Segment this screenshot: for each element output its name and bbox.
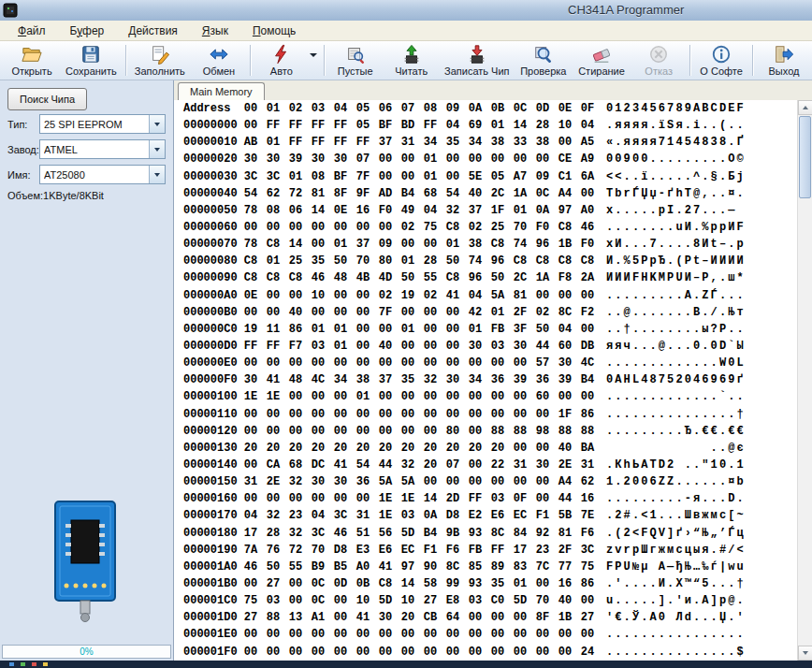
hex-byte-cell[interactable]: A9: [576, 152, 599, 166]
hex-byte-cell[interactable]: 1E: [262, 390, 284, 403]
hex-byte-cell[interactable]: 46: [329, 527, 352, 540]
hex-byte-cell[interactable]: 00: [576, 628, 599, 641]
hex-byte-cell[interactable]: 32: [419, 373, 442, 386]
hex-byte-cell[interactable]: 00: [509, 442, 531, 455]
hex-byte-cell[interactable]: 00: [554, 289, 576, 302]
hex-byte-cell[interactable]: 01: [442, 238, 464, 251]
hex-byte-cell[interactable]: B4: [397, 187, 419, 200]
hex-byte-cell[interactable]: 00: [509, 628, 531, 641]
hex-byte-cell[interactable]: 01: [464, 323, 486, 336]
hex-byte-cell[interactable]: 72: [284, 544, 307, 557]
hex-byte-cell[interactable]: 01: [486, 119, 509, 132]
hex-byte-cell[interactable]: 03: [486, 492, 509, 505]
hex-byte-cell[interactable]: 00: [329, 408, 352, 421]
hex-byte-cell[interactable]: 00: [531, 289, 554, 302]
hex-byte-cell[interactable]: FF: [284, 119, 307, 132]
hex-byte-cell[interactable]: 00: [509, 408, 531, 421]
hex-byte-cell[interactable]: EC: [509, 509, 531, 522]
hex-byte-cell[interactable]: 00: [262, 646, 284, 659]
hex-byte-cell[interactable]: 11: [262, 323, 284, 336]
hex-byte-cell[interactable]: 42: [464, 306, 486, 319]
hex-byte-cell[interactable]: 46: [307, 271, 329, 284]
hex-byte-cell[interactable]: 27: [419, 594, 442, 607]
hex-byte-cell[interactable]: 86: [284, 323, 307, 336]
hex-byte-cell[interactable]: 00: [307, 492, 329, 505]
hex-byte-cell[interactable]: 72: [284, 187, 307, 200]
ascii-cell[interactable]: 0AHL48752046969ґ: [606, 373, 746, 386]
hex-byte-cell[interactable]: 00: [486, 475, 509, 488]
hex-byte-cell[interactable]: 39: [554, 373, 576, 386]
hex-byte-cell[interactable]: 97: [554, 204, 576, 217]
hex-byte-cell[interactable]: 30: [442, 373, 464, 386]
hex-byte-cell[interactable]: 00: [262, 492, 284, 505]
hex-byte-cell[interactable]: 00: [307, 628, 329, 641]
hex-byte-cell[interactable]: 00: [239, 356, 262, 370]
hex-byte-cell[interactable]: 00: [509, 152, 531, 166]
chip-type-select[interactable]: 25 SPI EEPROM: [39, 114, 166, 134]
ascii-cell[interactable]: ...............$: [606, 646, 746, 659]
hex-byte-cell[interactable]: 01: [284, 170, 307, 183]
hex-byte-cell[interactable]: 20: [442, 442, 464, 455]
hex-byte-cell[interactable]: 99: [442, 577, 464, 590]
hex-byte-cell[interactable]: F2: [576, 306, 599, 319]
hex-byte-cell[interactable]: F7: [284, 340, 307, 353]
hex-byte-cell[interactable]: 3C: [576, 544, 599, 557]
hex-byte-cell[interactable]: FB: [486, 323, 509, 336]
hex-byte-cell[interactable]: 00: [509, 390, 531, 403]
hex-byte-cell[interactable]: 05: [486, 170, 509, 183]
hex-byte-cell[interactable]: 36: [352, 475, 374, 488]
hex-byte-cell[interactable]: 20: [284, 442, 307, 455]
hex-byte-cell[interactable]: 32: [284, 475, 307, 488]
hex-byte-cell[interactable]: 4C: [307, 373, 329, 386]
hex-byte-cell[interactable]: AD: [374, 187, 397, 200]
hex-byte-cell[interactable]: 44: [554, 492, 576, 505]
hex-byte-cell[interactable]: 00: [329, 289, 352, 302]
hex-byte-cell[interactable]: 00: [307, 646, 329, 659]
hex-byte-cell[interactable]: 34: [464, 136, 486, 149]
hex-byte-cell[interactable]: 9F: [352, 187, 374, 200]
hex-byte-cell[interactable]: 2F: [554, 544, 576, 557]
hex-byte-cell[interactable]: 32: [262, 509, 284, 522]
hex-byte-cell[interactable]: 00: [442, 152, 464, 166]
hex-byte-cell[interactable]: FF: [329, 136, 352, 149]
hex-byte-cell[interactable]: 48: [284, 373, 307, 386]
hex-byte-cell[interactable]: 38: [531, 136, 554, 149]
hex-byte-cell[interactable]: 70: [307, 544, 329, 557]
hex-byte-cell[interactable]: 00: [442, 408, 464, 421]
hex-byte-cell[interactable]: 00: [284, 425, 307, 438]
hex-byte-cell[interactable]: 30: [239, 373, 262, 386]
hex-byte-cell[interactable]: 00: [531, 152, 554, 166]
chevron-down-icon[interactable]: [149, 166, 165, 183]
hex-byte-cell[interactable]: 37: [374, 373, 397, 386]
hex-byte-cell[interactable]: 02: [397, 221, 419, 234]
ascii-cell[interactable]: xИ...7....8Иt–.р: [606, 238, 746, 251]
hex-byte-cell[interactable]: 07: [442, 458, 464, 472]
hex-byte-cell[interactable]: 14: [509, 119, 531, 132]
hex-byte-cell[interactable]: 1E: [374, 492, 397, 505]
hex-byte-cell[interactable]: 0A: [531, 204, 554, 217]
hex-byte-cell[interactable]: 1A: [509, 187, 531, 200]
hex-byte-cell[interactable]: 10: [397, 594, 419, 607]
hex-byte-cell[interactable]: 00: [531, 628, 554, 641]
hex-byte-cell[interactable]: 98: [531, 425, 554, 438]
hex-byte-cell[interactable]: 17: [509, 544, 531, 557]
hex-byte-cell[interactable]: 54: [352, 458, 374, 472]
hex-byte-cell[interactable]: 20: [464, 442, 486, 455]
menu-item-3[interactable]: Действия: [116, 22, 190, 40]
hex-byte-cell[interactable]: 8F: [531, 611, 554, 624]
hex-byte-cell[interactable]: 00: [397, 425, 419, 438]
chip-name-select[interactable]: AT25080: [39, 165, 166, 184]
hex-byte-cell[interactable]: 00: [284, 577, 307, 590]
hex-byte-cell[interactable]: 88: [262, 611, 284, 624]
hex-byte-cell[interactable]: F0: [531, 221, 554, 234]
hex-byte-cell[interactable]: 46: [239, 560, 262, 574]
chip-vendor-select[interactable]: ATMEL: [39, 139, 166, 159]
hex-byte-cell[interactable]: 00: [442, 646, 464, 659]
hex-byte-cell[interactable]: 3F: [509, 323, 531, 336]
hex-byte-cell[interactable]: 16: [352, 204, 374, 217]
hex-byte-cell[interactable]: 24: [576, 646, 599, 659]
hex-byte-cell[interactable]: BD: [397, 119, 419, 132]
hex-byte-cell[interactable]: 00: [464, 408, 486, 421]
hex-byte-cell[interactable]: 1F: [554, 408, 576, 421]
hex-byte-cell[interactable]: 00: [419, 425, 442, 438]
